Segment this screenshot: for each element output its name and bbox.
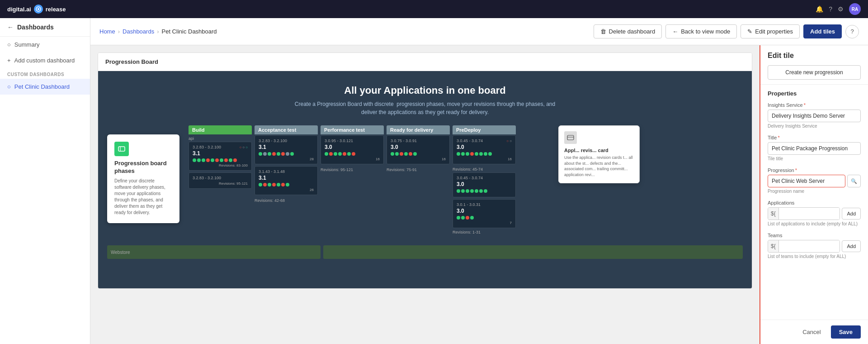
progression-search-button[interactable]: 🔍 — [847, 175, 861, 187]
performance-header: Performance test — [321, 125, 384, 134]
sidebar-section-custom: CUSTOM DASHBOARDS — [0, 68, 90, 79]
applications-input-row: ${ Add — [768, 207, 861, 220]
pet-clinic-icon: ○ — [7, 83, 11, 90]
save-button[interactable]: Save — [831, 325, 861, 339]
teams-label: Teams — [768, 233, 861, 238]
sidebar-item-label-pet-clinic: Pet Clinic Dashboard — [14, 83, 70, 90]
app-card-desc: Use the applica... revision cards t... a… — [564, 155, 634, 177]
app-card-title: Appl... revis... card — [564, 148, 634, 153]
sidebar-item-label-summary: Summary — [14, 41, 40, 48]
title-input[interactable] — [768, 142, 861, 155]
title-group: Title * Tile title — [768, 135, 861, 161]
breadcrumb-current: Pet Clinic Dashboard — [161, 28, 217, 35]
progression-group: Progression * 🔍 Progression name — [768, 167, 861, 194]
ready-header: Ready for delivery — [387, 125, 450, 134]
build-sub: api — [189, 135, 252, 142]
build-card-1: 3.2.83 - 3.2.100○○○ 3.1 Revisions: 83-10… — [189, 142, 252, 171]
sidebar-item-pet-clinic[interactable]: ○ Pet Clinic Dashboard — [0, 79, 90, 95]
applications-input[interactable] — [779, 208, 840, 220]
sidebar: ← Dashboards ○ Summary + Add custom dash… — [0, 18, 90, 344]
webstore-label: Webstore — [107, 245, 321, 259]
edit-panel-body: Properties Insights Service * Delivery I… — [760, 85, 868, 320]
cancel-button[interactable]: Cancel — [796, 325, 827, 339]
teams-group: Teams ${ Add List of teams to include (e… — [768, 233, 861, 259]
pb-columns: Build api 3.2.83 - 3.2.100○○○ 3.1 — [189, 125, 743, 234]
performance-card-1: 3.0.95 - 3.0.121 3.0 16 — [321, 135, 384, 164]
sidebar-item-summary[interactable]: ○ Summary — [0, 37, 90, 53]
pb-hero: All your Applications in one board Creat… — [98, 71, 752, 125]
teams-add-button[interactable]: Add — [842, 240, 861, 252]
delete-dashboard-button[interactable]: 🗑 Delete dashboard — [594, 24, 662, 38]
svg-point-1 — [38, 8, 39, 10]
predeploy-header: PreDeploy — [453, 125, 516, 134]
notifications-icon[interactable]: 🔔 — [816, 5, 823, 13]
summary-icon: ○ — [7, 41, 11, 48]
pb-col-build: Build api 3.2.83 - 3.2.100○○○ 3.1 — [189, 125, 252, 234]
help-button[interactable]: ? — [845, 25, 859, 38]
predeploy-card-3: 3.0.1 - 3.0.31 3.0 7 — [453, 199, 516, 228]
predeploy-card-1: 3.0.45 - 3.0.74○○ 3.0 16 — [453, 135, 516, 164]
breadcrumb-dashboards[interactable]: Dashboards — [123, 28, 154, 35]
back-to-view-button[interactable]: ← Back to view mode — [665, 24, 737, 38]
progression-label: Progression * — [768, 167, 861, 173]
webstore-data — [323, 245, 743, 259]
pb-col-predeploy: PreDeploy 3.0.45 - 3.0.74○○ 3.0 1 — [453, 125, 516, 234]
pb-hero-title: All your Applications in one board — [107, 85, 743, 96]
logo-text: digital.ai — [7, 6, 31, 13]
pb-phases-card: Progression board phases Define your dis… — [107, 134, 179, 223]
insights-service-label: Insights Service * — [768, 102, 861, 108]
app-card-icon — [564, 131, 577, 144]
add-tiles-label: Add tiles — [810, 28, 835, 35]
sidebar-back-button[interactable]: ← Dashboards — [0, 18, 90, 37]
add-icon: + — [7, 57, 11, 64]
teams-prefix: ${ — [768, 240, 779, 252]
teams-hint: List of teams to include (empty for ALL) — [768, 254, 861, 259]
phases-desc: Define your discrete software delivery p… — [114, 178, 172, 216]
edit-icon: ✎ — [747, 28, 752, 35]
acceptance-header: Acceptance test — [255, 125, 318, 134]
page-content: Progression Board All your Applications … — [90, 45, 868, 344]
topbar-left: digital.ai release — [7, 5, 66, 14]
properties-section-title: Properties — [768, 90, 861, 97]
acceptance-card-2: 3.1.43 - 3.1.48 3.1 26 — [255, 166, 318, 195]
insights-service-group: Insights Service * Delivery Insights Ser… — [768, 102, 861, 129]
ready-card-1: 3.0.75 - 3.0.91 3.0 16 — [387, 135, 450, 164]
main-layout: ← Dashboards ○ Summary + Add custom dash… — [0, 18, 868, 344]
action-bar: Home › Dashboards › Pet Clinic Dashboard… — [90, 18, 868, 45]
pb-col-acceptance: Acceptance test 3.2.83 - 3.2.100 3.1 — [255, 125, 318, 234]
pb-board: Progression board phases Define your dis… — [98, 125, 752, 244]
product-icon — [34, 5, 43, 14]
create-new-progression-button[interactable]: Create new progression — [768, 65, 861, 80]
progression-input[interactable] — [768, 175, 845, 187]
applications-add-button[interactable]: Add — [842, 208, 861, 220]
avatar[interactable]: RA — [849, 3, 861, 15]
settings-icon[interactable]: ⚙ — [838, 5, 844, 13]
insights-service-input[interactable] — [768, 110, 861, 122]
product-name: release — [46, 6, 66, 13]
svg-rect-2 — [118, 147, 125, 151]
sidebar-item-add-custom[interactable]: + Add custom dashboard — [0, 53, 90, 68]
title-hint: Tile title — [768, 156, 861, 161]
progression-board-inner: All your Applications in one board Creat… — [98, 71, 752, 288]
back-icon: ← — [672, 28, 678, 35]
breadcrumb-home[interactable]: Home — [99, 28, 115, 35]
pb-col-performance: Performance test 3.0.95 - 3.0.121 3.0 — [321, 125, 384, 234]
sidebar-item-label-add-custom: Add custom dashboard — [14, 57, 75, 64]
applications-group: Applications ${ Add List of applications… — [768, 200, 861, 226]
edit-panel: Edit tile Create new progression Propert… — [760, 45, 868, 344]
breadcrumb: Home › Dashboards › Pet Clinic Dashboard — [99, 28, 217, 35]
applications-prefix: ${ — [768, 208, 779, 220]
app-card-floating: Appl... revis... card Use the applica...… — [558, 125, 640, 183]
add-tiles-button[interactable]: Add tiles — [803, 24, 842, 38]
action-buttons: 🗑 Delete dashboard ← Back to view mode ✎… — [594, 24, 859, 38]
progression-input-row: 🔍 — [768, 175, 861, 187]
teams-input[interactable] — [779, 240, 840, 252]
help-icon[interactable]: ? — [829, 5, 832, 13]
back-label: Back to view mode — [681, 28, 730, 35]
edit-properties-button[interactable]: ✎ Edit properties — [741, 24, 800, 38]
topbar-right: 🔔 ? ⚙ RA — [816, 3, 861, 15]
build-card-2: 3.2.83 - 3.2.100 Revisions: 95-121 — [189, 172, 252, 189]
teams-dollar-input: ${ — [768, 240, 840, 253]
progression-board-card: Progression Board All your Applications … — [98, 53, 752, 289]
delete-icon: 🗑 — [600, 28, 606, 35]
